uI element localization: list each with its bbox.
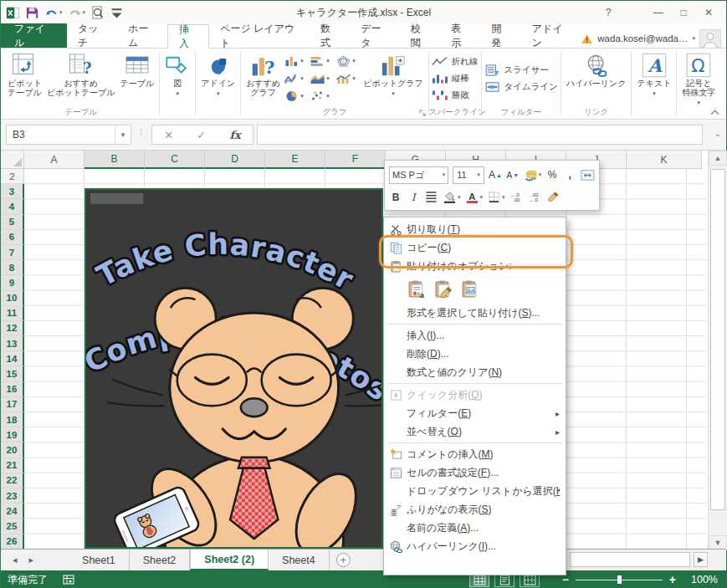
font-name-box[interactable]: MS Pゴ▾ — [389, 166, 448, 184]
slicer-button[interactable]: スライサー — [484, 63, 558, 79]
maximize-button[interactable]: □ — [673, 4, 694, 21]
name-box-dropdown-icon[interactable]: ▼ — [115, 125, 131, 144]
print-preview-button[interactable] — [90, 6, 105, 20]
close-button[interactable]: ✕ — [698, 4, 719, 21]
bold-button[interactable]: B — [389, 190, 402, 205]
previous-sheet-icon[interactable]: ◂ — [13, 555, 18, 565]
font-size-box[interactable]: 11▾ — [453, 166, 484, 184]
menu-item-paste-special[interactable]: 形式を選択して貼り付け(S)... — [385, 304, 565, 322]
account-area[interactable]: wada.kosei@wada… ▾ — [581, 29, 726, 48]
vertical-scrollbar-thumb[interactable] — [710, 169, 725, 510]
column-header-D[interactable]: D — [205, 151, 265, 169]
row-header-10[interactable]: 10 — [1, 291, 24, 306]
row-header-13[interactable]: 13 — [1, 336, 24, 351]
menu-item-define-name[interactable]: 名前の定義(A)... — [385, 519, 565, 537]
timeline-button[interactable]: タイムライン — [484, 79, 558, 95]
row-header-3[interactable]: 3 — [1, 184, 24, 199]
expand-formula-bar-icon[interactable]: ⌄ — [714, 129, 721, 138]
formula-input[interactable] — [257, 125, 703, 145]
row-header-16[interactable]: 16 — [1, 382, 24, 397]
grow-font-button[interactable]: A▲ — [489, 167, 502, 182]
column-header-K[interactable]: K — [627, 151, 702, 169]
ribbon-tab-データ[interactable]: データ — [350, 23, 400, 48]
format-painter-icon[interactable] — [546, 190, 561, 205]
percent-style-button[interactable]: % — [545, 167, 559, 182]
name-box[interactable]: B3▼ — [6, 125, 131, 145]
ribbon-tab-挿入[interactable]: 挿入 — [167, 24, 209, 49]
menu-item-pick-from-list[interactable]: ドロップダウン リストから選択(K)... — [385, 482, 565, 500]
row-header-4[interactable]: 4 — [1, 199, 24, 214]
column-header-B[interactable]: B — [84, 151, 145, 169]
row-header-18[interactable]: 18 — [1, 412, 24, 427]
row-header-9[interactable]: 9 — [1, 275, 24, 290]
row-header-17[interactable]: 17 — [1, 397, 24, 412]
macro-record-icon[interactable] — [63, 575, 74, 585]
row-header-22[interactable]: 22 — [1, 473, 24, 488]
insert-line-chart-button[interactable]: ▾ — [283, 70, 309, 88]
pictures-button[interactable]: 図▾ — [162, 50, 192, 107]
table-button[interactable]: テーブル — [118, 50, 157, 107]
shrink-font-button[interactable]: A▼ — [506, 167, 520, 182]
row-header-14[interactable]: 14 — [1, 351, 24, 366]
ribbon-tab-表示[interactable]: 表示 — [440, 23, 480, 48]
ribbon-tab-数式[interactable]: 数式 — [310, 23, 350, 48]
comma-style-button[interactable]: , — [563, 167, 576, 182]
scroll-right-icon[interactable]: ▶ — [694, 552, 708, 567]
row-header-11[interactable]: 11 — [1, 306, 24, 321]
sparkline-winloss-button[interactable]: 勝敗 — [432, 88, 479, 104]
sheet-tab-Sheet4[interactable]: Sheet4 — [269, 550, 330, 570]
row-header-6[interactable]: 6 — [1, 230, 24, 245]
sparkline-line-button[interactable]: 折れ線 — [432, 54, 479, 70]
borders-button[interactable]: ▾ — [487, 190, 505, 205]
column-header-C[interactable]: C — [145, 151, 205, 169]
redo-button[interactable]: ▾ — [68, 6, 86, 20]
insert-area-chart-button[interactable]: ▾ — [309, 70, 335, 88]
row-header-19[interactable]: 19 — [1, 427, 24, 442]
save-button[interactable] — [25, 6, 39, 20]
italic-button[interactable]: I — [407, 190, 420, 205]
row-header-24[interactable]: 24 — [1, 504, 24, 519]
row-header-5[interactable]: 5 — [1, 215, 24, 230]
increase-decimal-button[interactable]: ←.0.00 — [509, 190, 524, 205]
menu-item-cut[interactable]: 切り取り(T) — [385, 220, 565, 238]
ribbon-tab-タッチ[interactable]: タッチ — [67, 23, 117, 48]
enter-icon[interactable]: ✓ — [197, 129, 206, 141]
row-header-26[interactable]: 26 — [1, 534, 24, 550]
ribbon-display-options-button[interactable]: roke="#777" stroke="#777" stroke-width="… — [622, 4, 644, 21]
row-header-20[interactable]: 20 — [1, 442, 24, 458]
paste-option-formatting-icon[interactable] — [433, 279, 454, 299]
select-all-button[interactable] — [1, 151, 24, 169]
zoom-slider[interactable] — [576, 575, 663, 584]
new-sheet-button[interactable]: + — [336, 553, 351, 567]
dialog-launcher-icon[interactable] — [419, 110, 427, 117]
insert-pie-chart-button[interactable]: ▾ — [283, 88, 309, 105]
row-header-8[interactable]: 8 — [1, 260, 24, 275]
formula-bar-handle[interactable]: ⁞ — [140, 127, 142, 137]
zoom-in-button[interactable]: + — [669, 573, 676, 586]
insert-function-icon[interactable]: fx — [230, 129, 241, 141]
row-header-15[interactable]: 15 — [1, 366, 24, 381]
sheet-tab-Sheet2 (2)[interactable]: Sheet2 (2) — [190, 550, 269, 570]
cancel-icon[interactable]: ✕ — [164, 129, 173, 141]
menu-item-insert[interactable]: 挿入(I)... — [385, 326, 565, 345]
row-header-12[interactable]: 12 — [1, 321, 24, 336]
row-header-23[interactable]: 23 — [1, 488, 24, 504]
row-header-25[interactable]: 25 — [1, 519, 24, 534]
scroll-up-icon[interactable]: ▲ — [709, 151, 727, 166]
paste-option-keep-source-formatting-icon[interactable]: a — [407, 279, 427, 299]
sheet-tab-Sheet1[interactable]: Sheet1 — [69, 550, 130, 570]
ribbon-tab-file[interactable]: ファイル — [1, 23, 67, 48]
ribbon-tab-ホーム[interactable]: ホーム — [117, 23, 167, 48]
insert-column-chart-button[interactable]: ▾ — [283, 53, 309, 70]
menu-item-quick-analysis[interactable]: クイック分析(Q) — [385, 386, 565, 404]
symbols-button[interactable]: Ω記号と 特殊文字▾ — [679, 50, 718, 109]
menu-item-clear-contents[interactable]: 数式と値のクリア(N) — [385, 363, 565, 381]
insert-radar-chart-button[interactable]: ▾ — [335, 53, 361, 70]
minimize-button[interactable]: — — [648, 4, 669, 21]
accounting-format-button[interactable]: ▾ — [524, 167, 541, 182]
zoom-slider-handle[interactable] — [617, 575, 622, 584]
merge-center-button[interactable] — [581, 167, 595, 182]
ribbon-tab-ページ レイアウト[interactable]: ページ レイアウト — [209, 23, 310, 48]
menu-item-format-cells[interactable]: セルの書式設定(F)... — [385, 463, 565, 482]
ribbon-tab-アドイン[interactable]: アドイン — [521, 23, 581, 48]
